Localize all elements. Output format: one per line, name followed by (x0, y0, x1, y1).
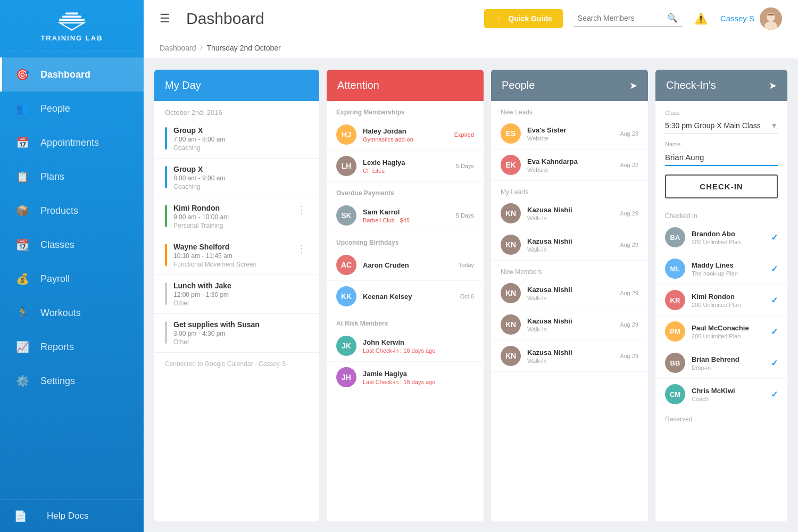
sidebar-item-plans[interactable]: 📋 Plans (0, 160, 144, 194)
sidebar-help-docs[interactable]: 📄 Help Docs (0, 500, 144, 532)
people-info: Eva Kahndarpa Website (527, 157, 613, 173)
my-day-footer: Connected to Google Calendar - Cassey S (154, 353, 319, 375)
attention-item[interactable]: JK John Kerwin Last Check-in : 16 days a… (327, 330, 484, 362)
attention-header: Attention (327, 70, 484, 101)
attention-item[interactable]: SK Sam Karrol Barbell Club - $45 5 Days (327, 200, 484, 231)
name-field-label: Name (665, 141, 778, 147)
sidebar-label-products: Products (40, 205, 78, 217)
quick-guide-button[interactable]: ⚡ Quick Guide (484, 9, 562, 28)
search-input[interactable] (578, 14, 663, 22)
lightning-icon: ⚡ (495, 14, 504, 23)
classes-icon: 📆 (14, 236, 31, 253)
checkins-share-icon[interactable]: ➤ (769, 80, 777, 92)
payroll-icon: 💰 (14, 270, 31, 287)
schedule-dots[interactable]: ⋮ (295, 204, 309, 215)
checkin-avatar: ML (665, 259, 685, 279)
checkin-plan: 200 Unlimited Plan (692, 302, 764, 308)
checked-in-item[interactable]: ML Maddy Lines The hook-up Plan ✓ (655, 253, 787, 285)
reserved-section-label: Reserved (655, 410, 787, 425)
people-item[interactable]: ES Eva's Sister Website Aug 23 (491, 118, 648, 149)
people-section-label: New Leads (491, 101, 648, 118)
people-body: New Leads ES Eva's Sister Website Aug 23… (491, 101, 648, 521)
breadcrumb-separator: / (201, 44, 203, 52)
name-input[interactable] (665, 149, 778, 166)
attention-item[interactable]: KK Keenan Kelsey Oct 6 (327, 281, 484, 312)
search-box[interactable]: 🔍 (573, 10, 682, 27)
people-item[interactable]: KN Kazusa Nishii Walk-In Aug 29 (491, 340, 648, 372)
attention-info: Keenan Kelsey (363, 293, 454, 301)
schedule-bar (165, 166, 167, 188)
people-name: Eva Kahndarpa (527, 157, 613, 165)
schedule-time: 7:00 am - 8:00 am (173, 136, 309, 143)
people-name: Kazusa Nishii (527, 237, 613, 245)
schedule-item[interactable]: Group X 7:00 am - 8:00 am Coaching (154, 120, 319, 159)
schedule-item[interactable]: Kimi Rondon 9:00 am - 10:00 am Personal … (154, 197, 319, 236)
help-docs-icon: 📄 (12, 508, 29, 525)
checked-in-item[interactable]: CM Chris McKiwi Coach ✓ (655, 379, 787, 410)
schedule-bar (165, 321, 167, 344)
class-select[interactable]: 5:30 pm Group X Main Class ▼ (665, 118, 778, 134)
schedule-item[interactable]: Get supplies with Susan 3:00 pm - 4:30 p… (154, 314, 319, 353)
sidebar-item-classes[interactable]: 📆 Classes (0, 228, 144, 262)
people-share-icon[interactable]: ➤ (629, 80, 637, 92)
checkin-button[interactable]: CHECK-IN (665, 174, 778, 198)
people-source: Walk-In (527, 326, 613, 332)
people-date: Aug 29 (620, 210, 638, 217)
checkin-info: Brian Behrend Drop-in (692, 355, 764, 371)
people-date: Aug 29 (620, 321, 638, 328)
attention-item[interactable]: JH Jamie Hagiya Last Check-in : 18 days … (327, 362, 484, 393)
sidebar-item-payroll[interactable]: 💰 Payroll (0, 262, 144, 296)
people-item[interactable]: KN Kazusa Nishii Walk-In Aug 29 (491, 229, 648, 261)
people-item[interactable]: KN Kazusa Nishii Walk-In Aug 29 (491, 309, 648, 340)
sidebar-item-settings[interactable]: ⚙️ Settings (0, 364, 144, 398)
people-avatar: KN (501, 314, 521, 335)
people-source: Walk-In (527, 215, 613, 221)
svg-rect-1 (62, 16, 81, 18)
checkin-name: Brian Behrend (692, 355, 764, 363)
people-info: Eva's Sister Website (527, 126, 613, 142)
sidebar-item-workouts[interactable]: 🏃 Workouts (0, 296, 144, 330)
attention-name: Lexie Hagiya (363, 159, 450, 167)
alert-icon[interactable]: ⚠️ (693, 10, 710, 27)
checkin-checkmark: ✓ (771, 389, 778, 400)
attention-item[interactable]: HJ Haley Jordan Gymnastics add-on Expire… (327, 119, 484, 151)
attention-avatar: SK (336, 205, 356, 226)
checked-in-item[interactable]: BB Brian Behrend Drop-in ✓ (655, 347, 787, 379)
schedule-item[interactable]: Lunch with Jake 12:00 pm - 1:30 pm Other (154, 275, 319, 314)
people-item[interactable]: KN Kazusa Nishii Walk-In Aug 29 (491, 278, 648, 309)
people-item[interactable]: KN Kazusa Nishii Walk-In Aug 29 (491, 198, 648, 229)
schedule-item[interactable]: Group X 8:00 am - 9:00 am Coaching (154, 159, 319, 197)
people-item[interactable]: EK Eva Kahndarpa Website Aug 22 (491, 149, 648, 181)
dashboard-content: My Day October 2nd, 2016 Group X 7:00 am… (144, 59, 798, 532)
checkin-info: Brandon Abo 200 Unlimited Plan (692, 230, 764, 245)
sidebar-item-products[interactable]: 📦 Products (0, 194, 144, 228)
user-info[interactable]: Cassey S (720, 7, 782, 30)
checkins-body: Class 5:30 pm Group X Main Class ▼ Name … (655, 101, 787, 521)
checked-in-item[interactable]: BA Brandon Abo 200 Unlimited Plan ✓ (655, 222, 787, 253)
people-info: Kazusa Nishii Walk-In (527, 286, 613, 301)
user-avatar (760, 7, 782, 30)
people-avatar: KN (501, 283, 521, 303)
my-day-header: My Day (154, 70, 319, 101)
breadcrumb-home[interactable]: Dashboard (160, 44, 196, 52)
schedule-time: 10:10 am - 11:45 am (173, 252, 288, 260)
checked-in-item[interactable]: PM Paul McConachie 200 Unlimited Plan ✓ (655, 316, 787, 347)
breadcrumb: Dashboard / Thursday 2nd October (144, 37, 798, 59)
sidebar-item-appointments[interactable]: 📅 Appointments (0, 126, 144, 160)
sidebar-item-people[interactable]: 👥 People (0, 92, 144, 126)
svg-rect-0 (59, 19, 85, 21)
menu-icon[interactable]: ☰ (160, 12, 170, 26)
schedule-dots[interactable]: ⋮ (295, 243, 309, 254)
attention-item[interactable]: LH Lexie Hagiya CF Lites 5 Days (327, 151, 484, 182)
attention-item[interactable]: AC Aaron Cruden Today (327, 250, 484, 281)
schedule-bar (165, 282, 167, 305)
sidebar-item-reports[interactable]: 📈 Reports (0, 330, 144, 364)
sidebar-item-dashboard[interactable]: 🎯 Dashboard (0, 57, 144, 92)
checked-in-item[interactable]: KR Kimi Rondon 200 Unlimited Plan ✓ (655, 285, 787, 316)
attention-sub: CF Lites (363, 168, 450, 174)
schedule-item[interactable]: Wayne Shelford 10:10 am - 11:45 am Funct… (154, 236, 319, 275)
people-date: Aug 29 (620, 353, 638, 359)
schedule-title: Get supplies with Susan (173, 320, 309, 329)
people-avatar: KN (501, 203, 521, 223)
checkin-checkmark: ✓ (771, 264, 778, 274)
